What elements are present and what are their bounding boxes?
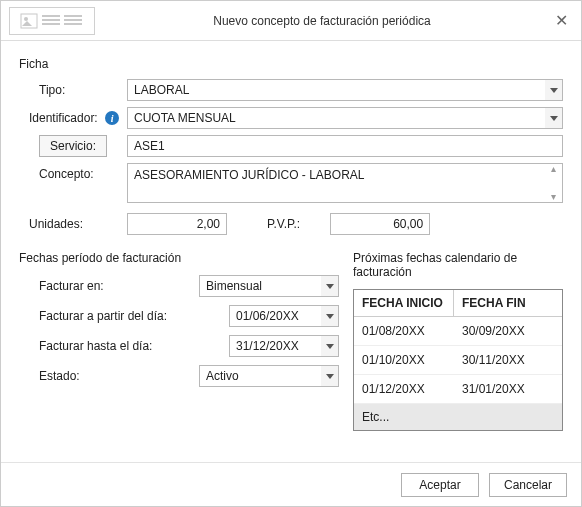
calendario-table: FECHA INICIO FECHA FIN 01/08/20XX 30/09/… <box>353 289 563 431</box>
cell-fin: 31/01/20XX <box>454 375 562 403</box>
title-bar: Nuevo concepto de facturación periódica … <box>1 1 581 41</box>
cell-fin: 30/09/20XX <box>454 317 562 345</box>
svg-point-1 <box>24 17 28 21</box>
dialog-title: Nuevo concepto de facturación periódica <box>95 14 549 28</box>
cell-inicio: 01/08/20XX <box>354 317 454 345</box>
ficha-section-label: Ficha <box>19 57 563 71</box>
dialog-footer: Aceptar Cancelar <box>1 462 581 506</box>
servicio-button[interactable]: Servicio: <box>39 135 107 157</box>
table-row[interactable]: 01/10/20XX 30/11/20XX <box>354 346 562 375</box>
spin-down-icon[interactable]: ▾ <box>551 192 556 202</box>
calendario-section-label: Próximas fechas calendario de facturació… <box>353 251 563 279</box>
desde-label: Facturar a partir del día: <box>19 309 229 323</box>
estado-label: Estado: <box>19 369 199 383</box>
col-fin-header: FECHA FIN <box>454 290 562 316</box>
identificador-combo[interactable] <box>127 107 563 129</box>
tipo-label: Tipo: <box>19 83 127 97</box>
cell-inicio: 01/12/20XX <box>354 375 454 403</box>
spin-up-icon[interactable]: ▴ <box>551 164 556 174</box>
table-row[interactable]: 01/12/20XX 31/01/20XX <box>354 375 562 404</box>
col-inicio-header: FECHA INICIO <box>354 290 454 316</box>
cancel-button[interactable]: Cancelar <box>489 473 567 497</box>
identificador-label: Identificador: i <box>19 111 127 126</box>
concepto-spinner: ▴ ▾ <box>546 164 560 202</box>
hasta-label: Facturar hasta el día: <box>19 339 229 353</box>
periodo-section-label: Fechas período de facturación <box>19 251 339 265</box>
servicio-input[interactable] <box>127 135 563 157</box>
table-row[interactable]: 01/08/20XX 30/09/20XX <box>354 317 562 346</box>
unidades-input[interactable] <box>127 213 227 235</box>
accept-button[interactable]: Aceptar <box>401 473 479 497</box>
facturar-en-dropdown-icon[interactable] <box>321 275 339 297</box>
facturar-en-label: Facturar en: <box>19 279 199 293</box>
servicio-label-wrap: Servicio: <box>19 135 127 157</box>
pvp-label: P.V.P.: <box>267 217 300 231</box>
tipo-dropdown-icon[interactable] <box>545 79 563 101</box>
identificador-dropdown-icon[interactable] <box>545 107 563 129</box>
concepto-label: Concepto: <box>19 163 127 181</box>
desde-dropdown-icon[interactable] <box>321 305 339 327</box>
estado-dropdown-icon[interactable] <box>321 365 339 387</box>
close-icon[interactable]: ✕ <box>549 11 573 30</box>
table-header: FECHA INICIO FECHA FIN <box>354 290 562 317</box>
cell-fin: 30/11/20XX <box>454 346 562 374</box>
tipo-combo[interactable] <box>127 79 563 101</box>
table-etc-row: Etc... <box>354 404 562 430</box>
cell-inicio: 01/10/20XX <box>354 346 454 374</box>
unidades-label: Unidades: <box>19 217 127 231</box>
hasta-dropdown-icon[interactable] <box>321 335 339 357</box>
info-icon[interactable]: i <box>105 111 119 125</box>
concepto-memo[interactable]: ASESORAMIENTO JURÍDICO - LABORAL ▴ ▾ <box>127 163 563 203</box>
pvp-input[interactable] <box>330 213 430 235</box>
dialog-icon <box>9 7 95 35</box>
estado-combo[interactable] <box>199 365 339 387</box>
facturar-en-combo[interactable] <box>199 275 339 297</box>
concepto-text: ASESORAMIENTO JURÍDICO - LABORAL <box>134 168 365 182</box>
